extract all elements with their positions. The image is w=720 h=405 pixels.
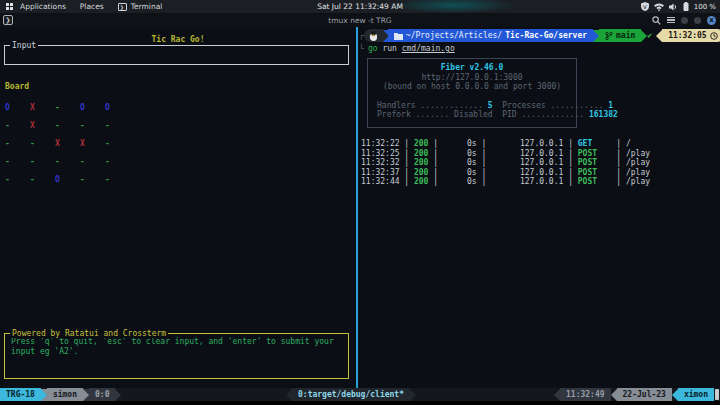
fiber-url: http://127.0.0.1:3000 <box>368 73 576 83</box>
board-cell: - <box>30 135 55 153</box>
board-cell: O <box>105 99 130 117</box>
board-cell: - <box>105 135 130 153</box>
tmux-session-badge[interactable]: TRG-18 <box>0 388 41 401</box>
board-cell: O <box>55 171 80 189</box>
window-title: tmux new -t TRG <box>328 16 391 25</box>
board-cell: - <box>5 135 30 153</box>
status-date: 22-Jul-23 <box>617 388 672 401</box>
app-grid-icon[interactable] <box>6 3 13 10</box>
battery-icon[interactable] <box>683 2 689 11</box>
svg-text:V: V <box>643 4 647 10</box>
git-branch-name: main <box>616 31 635 40</box>
status-hostname[interactable]: ximon <box>678 388 714 401</box>
command-text: go run cmd/main.go <box>368 44 455 53</box>
board-row: OX-OO <box>5 99 130 117</box>
board-cell: - <box>30 171 55 189</box>
tmux-pane-server[interactable]: ┌ ~/Projects/Articles/Tic-Rac-Go/server <box>358 27 720 388</box>
board-row: --O-- <box>5 171 130 189</box>
fiber-version: Fiber v2.46.0 <box>368 63 576 73</box>
request-log: 11:32:22 | 200 | 0s | 127.0.0.1 | GET | … <box>361 139 650 187</box>
git-segment: main <box>599 29 641 42</box>
board-cell: X <box>30 99 55 117</box>
board-cell: - <box>55 117 80 135</box>
help-box-title: Powered by Ratatui and Crossterm <box>10 329 168 338</box>
board-cell: - <box>5 117 30 135</box>
board-cell: - <box>105 171 130 189</box>
time-segment: 11:32:05 <box>662 29 720 42</box>
os-segment <box>364 29 383 42</box>
tmux-statusbar: TRG-18 simon 0:0 0:target/debug/client* … <box>0 388 720 401</box>
fiber-stats-line2: Prefork ....... Disabled PID ...........… <box>368 110 576 120</box>
board-cell: - <box>80 153 105 171</box>
board-cell: X <box>55 135 80 153</box>
prompt-time: 11:32:05 <box>668 31 707 40</box>
minimize-button[interactable] <box>681 17 688 24</box>
exit-status-check: ✔ <box>647 31 652 40</box>
menu-applications[interactable]: Applications <box>13 0 73 13</box>
folder-icon <box>394 32 403 40</box>
shell-prompt: ┌ ~/Projects/Articles/Tic-Rac-Go/server <box>359 29 716 42</box>
close-button[interactable]: x <box>707 16 716 25</box>
fiber-bound: (bound on host 0.0.0.0 and port 3000) <box>368 82 576 92</box>
menu-icon[interactable] <box>667 17 675 24</box>
log-row: 11:32:44 | 200 | 0s | 127.0.0.1 | POST |… <box>361 177 650 187</box>
maximize-button[interactable] <box>694 17 701 24</box>
board-cell: X <box>80 135 105 153</box>
status-time: 11:32:49 <box>560 388 611 401</box>
board-cell: - <box>80 117 105 135</box>
cwd-segment: ~/Projects/Articles/Tic-Rac-Go/server <box>388 29 593 42</box>
desktop-screen: Applications Places ❯ Terminal Sat Jul 2… <box>0 0 720 405</box>
shell-command-line[interactable]: └ go run cmd/main.go <box>359 42 716 55</box>
board-label: Board <box>5 82 29 91</box>
help-box: Powered by Ratatui and Crossterm Press '… <box>4 333 349 379</box>
battery-percent: 100 % <box>694 3 716 11</box>
board-cell: - <box>5 171 30 189</box>
board-cell: - <box>30 153 55 171</box>
panel-clock[interactable]: Sat Jul 22 11:32:49 AM <box>317 0 403 13</box>
board-cell: O <box>5 99 30 117</box>
terminal-icon: ❯ <box>118 3 127 11</box>
clock-icon <box>710 32 718 40</box>
tmux-user-badge: simon <box>47 388 83 401</box>
fiber-stats-line1: Handlers ............. 5 Processes .....… <box>368 101 576 111</box>
log-row: 11:32:25 | 200 | 0s | 127.0.0.1 | POST |… <box>361 149 650 159</box>
fiber-banner: Fiber v2.46.0 http://127.0.0.1:3000 (bou… <box>367 58 577 128</box>
board-cell: - <box>55 99 80 117</box>
board-cell: - <box>5 153 30 171</box>
wifi-icon[interactable] <box>654 3 664 11</box>
board-cell: - <box>105 153 130 171</box>
volume-icon[interactable] <box>669 3 678 11</box>
tmux-pane-badge: 0:0 <box>89 388 115 401</box>
menu-terminal[interactable]: ❯ Terminal <box>111 0 170 13</box>
tux-penguin-icon <box>369 31 378 41</box>
log-row: 11:32:37 | 200 | 0s | 127.0.0.1 | POST |… <box>361 168 650 178</box>
board-row: -X--- <box>5 117 130 135</box>
tmux-pane-game[interactable]: Tic Rac Go! Input Board OX-OO-X-----XX--… <box>0 27 356 388</box>
search-icon[interactable] <box>652 16 661 25</box>
terminal-window: Tic Rac Go! Input Board OX-OO-X-----XX--… <box>0 27 720 388</box>
input-box-label: Input <box>10 41 38 50</box>
shield-icon[interactable]: V <box>641 2 649 11</box>
cwd-path-bold: Tic-Rac-Go/server <box>505 31 587 40</box>
powerline-separator <box>115 389 121 401</box>
log-row: 11:32:22 | 200 | 0s | 127.0.0.1 | GET | … <box>361 139 650 149</box>
board-cell: - <box>80 171 105 189</box>
board-row: --XX- <box>5 135 130 153</box>
scrollbar-thumb[interactable] <box>715 389 719 400</box>
menu-places[interactable]: Places <box>73 0 111 13</box>
system-tray: V 100 % <box>641 0 716 13</box>
game-title: Tic Rac Go! <box>0 35 356 44</box>
desktop-panel: Applications Places ❯ Terminal Sat Jul 2… <box>0 0 720 13</box>
window-app-icon: ❯ <box>3 15 13 25</box>
game-input[interactable]: Input <box>4 45 349 65</box>
git-branch-icon <box>605 32 613 40</box>
board-cell: X <box>30 117 55 135</box>
game-board: OX-OO-X-----XX--------O-- <box>5 99 130 189</box>
board-row: ----- <box>5 153 130 171</box>
board-cell: O <box>80 99 105 117</box>
log-row: 11:32:32 | 200 | 0s | 127.0.0.1 | POST |… <box>361 158 650 168</box>
cwd-path: ~/Projects/Articles/ <box>406 31 502 40</box>
prompt-connector-bottom: └ <box>359 44 365 53</box>
board-cell: - <box>105 117 130 135</box>
tmux-window-item[interactable]: 0:target/debug/client* <box>286 388 416 401</box>
